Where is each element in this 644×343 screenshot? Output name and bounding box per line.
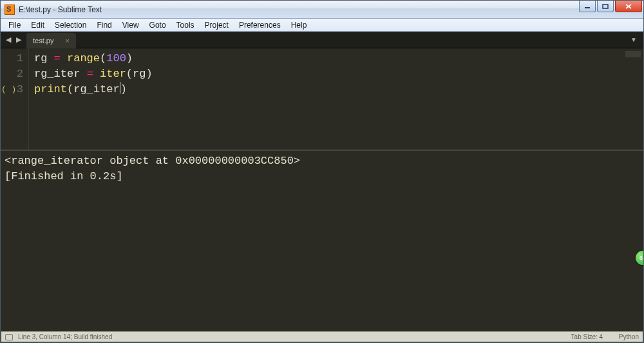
menu-selection[interactable]: Selection (50, 19, 91, 31)
window-title: E:\test.py - Sublime Text (19, 5, 102, 14)
console-line: <range_iterator object at 0x00000000003C… (5, 153, 639, 169)
sublime-app-icon (5, 5, 15, 15)
minimize-button[interactable] (579, 1, 596, 12)
nav-back-icon[interactable]: ◀ (6, 35, 11, 44)
nav-forward-icon[interactable]: ▶ (16, 35, 21, 44)
statusbar: Line 3, Column 14; Build finished Tab Si… (1, 331, 643, 342)
tab-dropdown-icon[interactable]: ▼ (630, 36, 637, 43)
status-syntax[interactable]: Python (619, 333, 639, 340)
maximize-icon (602, 4, 609, 9)
minimize-icon (584, 4, 591, 9)
titlebar: E:\test.py - Sublime Text (1, 1, 643, 19)
tab-testpy[interactable]: test.py × (26, 33, 76, 48)
code-area[interactable]: rg = range(100)rg_iter = iter(rg)print(r… (29, 48, 153, 150)
menu-find[interactable]: Find (91, 19, 117, 31)
editor-pane[interactable]: ( ) 1 2 3 rg = range(100)rg_iter = iter(… (1, 48, 643, 151)
tab-label: test.py (33, 37, 53, 44)
menu-view[interactable]: View (117, 19, 144, 31)
menu-tools[interactable]: Tools (171, 19, 200, 31)
window-controls (578, 1, 642, 12)
close-icon (625, 3, 632, 10)
line-number: 2 (1, 66, 23, 82)
code-line-3: print(rg_iter) (34, 82, 153, 97)
line-gutter: ( ) 1 2 3 (1, 48, 29, 150)
code-line-1: rg = range(100) (34, 51, 153, 66)
tab-bar: ◀ ▶ test.py × ▼ (1, 32, 643, 48)
svg-rect-1 (603, 5, 608, 8)
line-number: 1 (1, 51, 23, 66)
menu-edit[interactable]: Edit (26, 19, 50, 31)
tab-close-icon[interactable]: × (65, 37, 69, 44)
edge-badge-text: 64 (639, 255, 644, 261)
menu-goto[interactable]: Goto (144, 19, 171, 31)
status-left: Line 3, Column 14; Build finished (18, 333, 112, 340)
console-line: [Finished in 0.2s] (5, 169, 639, 184)
menubar: File Edit Selection Find View Goto Tools… (1, 19, 643, 32)
menu-file[interactable]: File (3, 19, 26, 31)
status-tab-size[interactable]: Tab Size: 4 (571, 333, 603, 340)
status-right: Tab Size: 4 Python (557, 333, 639, 340)
build-output-panel[interactable]: <range_iterator object at 0x00000000003C… (1, 151, 643, 331)
minimap[interactable] (625, 51, 641, 57)
nav-arrows: ◀ ▶ (1, 35, 26, 44)
menu-project[interactable]: Project (200, 19, 234, 31)
panel-switcher-icon[interactable] (5, 334, 13, 340)
bracket-marker-icon: ( ) (1, 82, 16, 97)
code-line-2: rg_iter = iter(rg) (34, 66, 153, 82)
svg-rect-0 (585, 7, 590, 8)
close-button[interactable] (615, 1, 642, 12)
menu-help[interactable]: Help (286, 19, 312, 31)
menu-preferences[interactable]: Preferences (234, 19, 286, 31)
maximize-button[interactable] (597, 1, 614, 12)
